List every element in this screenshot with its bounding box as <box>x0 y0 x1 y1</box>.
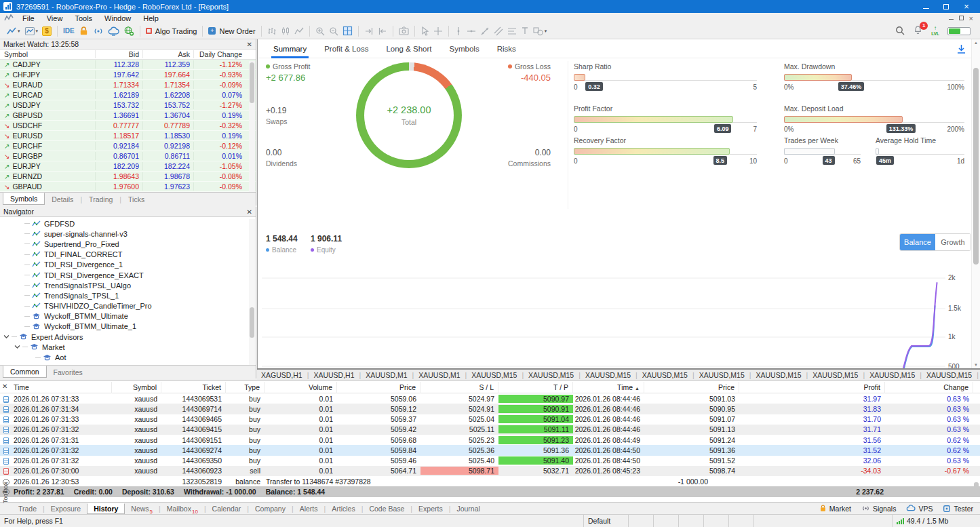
tab-journal[interactable]: Journal <box>450 504 486 513</box>
tree-item-indicator[interactable]: TrendSignals_TPSL_1 <box>0 290 256 300</box>
fibonacci-tool-button[interactable] <box>505 24 519 38</box>
menu-help[interactable]: Help <box>137 14 165 22</box>
col-change[interactable]: Change <box>885 382 973 393</box>
close-icon[interactable]: ✕ <box>247 41 252 48</box>
symbol-row[interactable]: EURNZD1.986431.98678-0.08% <box>0 172 256 182</box>
symbol-row[interactable]: EURCHF0.921840.92198-0.12% <box>0 141 256 151</box>
tab-exposure[interactable]: Exposure <box>45 504 87 513</box>
channel-tool-button[interactable] <box>492 24 505 38</box>
notifications-button[interactable]: 1 <box>913 25 923 37</box>
close-toolbox-icon[interactable]: ✕ <box>2 383 7 390</box>
tree-item-expert[interactable]: Wyckoff_BTMM_Ultimate <box>0 311 256 321</box>
vps-button[interactable] <box>106 24 121 38</box>
close-button[interactable]: × <box>956 0 977 13</box>
tab-common[interactable]: Common <box>3 366 47 378</box>
col-type[interactable]: Type <box>226 382 264 393</box>
chart-type-button[interactable]: ▾ <box>4 24 22 38</box>
line-mode-button[interactable] <box>292 24 306 38</box>
symbol-row[interactable]: EURGBP0.867010.867110.01% <box>0 151 256 161</box>
ide-button[interactable]: IDE <box>61 24 77 38</box>
chevron-down-icon[interactable]: ▾ <box>545 28 547 34</box>
tab-calendar[interactable]: Calendar <box>206 504 248 513</box>
symbol-row[interactable]: EURCAD1.621891.622080.07% <box>0 90 256 100</box>
tester-button[interactable]: Tester <box>943 505 973 513</box>
history-row[interactable]: 2026.01.26 07:31:32xauusd1443069350buy0.… <box>0 456 980 466</box>
tab-mailbox[interactable]: Mailbox10 <box>161 504 204 513</box>
history-row[interactable]: 2026.01.26 07:31:32xauusd1443069415buy0.… <box>0 425 980 435</box>
child-close-icon[interactable]: × <box>969 14 973 22</box>
menu-tools[interactable]: Tools <box>68 14 98 22</box>
symbol-row[interactable]: CHFJPY197.642197.664-0.93% <box>0 70 256 80</box>
zoom-out-button[interactable] <box>327 24 340 38</box>
symbol-row[interactable]: CADJPY112.328112.359-1.12% <box>0 60 256 70</box>
child-minimize-icon[interactable] <box>949 16 954 20</box>
chart-tab[interactable]: XAUUSD,M1 <box>366 371 418 379</box>
bar-chart-mode-button[interactable] <box>265 24 279 38</box>
download-report-button[interactable] <box>956 44 966 56</box>
tab-articles[interactable]: Articles <box>326 504 361 513</box>
history-row-selected[interactable]: 2026.01.26 07:31:32xauusd1443069274buy0.… <box>0 445 980 455</box>
col-ask[interactable]: Ask <box>142 50 193 58</box>
tab-company[interactable]: Company <box>249 504 292 513</box>
search-button[interactable] <box>895 26 905 37</box>
market-lock-button[interactable] <box>77 24 91 38</box>
tab-experts[interactable]: Experts <box>412 504 449 513</box>
chart-profile-button[interactable]: ▾ <box>22 24 41 38</box>
symbol-row[interactable]: EURJPY182.209182.224-1.05% <box>0 161 256 172</box>
minimize-button[interactable] <box>916 0 936 13</box>
col-profit[interactable]: Profit <box>739 382 885 393</box>
history-row[interactable]: 2026.01.26 07:31:31xauusd1443069151buy0.… <box>0 435 980 445</box>
tab-symbols[interactable]: Symbols <box>3 193 45 205</box>
tree-item-indicator[interactable]: Supertrend_Pro_Fixed <box>0 239 256 249</box>
history-row[interactable]: 2026.01.26 07:31:33xauusd1443069531buy0.… <box>0 393 980 404</box>
hline-tool-button[interactable] <box>465 24 478 38</box>
tree-item-indicator[interactable]: TDI_RSI_Divergence_EXACT <box>0 270 256 280</box>
symbol-row[interactable]: EURAUD1.713341.71354-0.09% <box>0 80 256 90</box>
menu-view[interactable]: View <box>41 14 69 22</box>
tab-details[interactable]: Details <box>45 194 80 205</box>
tab-favorites[interactable]: Favorites <box>47 367 90 378</box>
tab-code-base[interactable]: Code Base <box>363 504 410 513</box>
child-restore-icon[interactable] <box>959 16 964 20</box>
scrollbar[interactable]: ▲▼ <box>971 39 980 368</box>
chevron-down-icon[interactable]: ▾ <box>18 28 20 34</box>
tab-history[interactable]: History <box>87 503 125 514</box>
tree-item-indicator[interactable]: TSHIVHIDZO_CandleTimer_Pro <box>0 301 256 311</box>
history-row[interactable]: 2026.01.26 07:30:00xauusd1443060923sell0… <box>0 466 980 476</box>
restore-button[interactable] <box>936 0 956 13</box>
scrollbar[interactable] <box>249 61 255 193</box>
symbol-row[interactable]: GBPUSD1.366911.367040.19% <box>0 111 256 121</box>
community-button[interactable] <box>121 24 136 38</box>
balance-button[interactable]: Balance <box>900 234 935 250</box>
col-close-price[interactable]: Price <box>644 382 739 393</box>
tab-alerts[interactable]: Alerts <box>294 504 324 513</box>
tab-symbols[interactable]: Symbols <box>441 39 488 58</box>
col-ticket[interactable]: Ticket <box>161 382 226 393</box>
vline-tool-button[interactable] <box>452 24 465 38</box>
tree-item-expert[interactable]: Auzar <box>0 363 256 364</box>
chevron-down-icon[interactable] <box>3 334 9 339</box>
history-row[interactable]: 2026.01.26 07:31:34xauusd1443069714buy0.… <box>0 404 980 414</box>
deposit-button[interactable]: $ <box>40 24 54 38</box>
col-price[interactable]: Price <box>337 382 420 393</box>
tree-item-indicator[interactable]: TrendSignalsTPSL_UAlgo <box>0 280 256 290</box>
tree-node-expert-advisors[interactable]: Expert Advisors <box>0 332 256 342</box>
trendline-tool-button[interactable] <box>478 24 492 38</box>
tab-profit-loss[interactable]: Profit & Loss <box>315 39 377 58</box>
chart-tab[interactable]: XAGUSD,H1 <box>261 371 313 379</box>
col-symbol[interactable]: Symbol <box>112 382 161 393</box>
chart-tab[interactable]: XAUUSD,H1 <box>313 371 366 379</box>
col-sl[interactable]: S / L <box>420 382 498 393</box>
close-icon[interactable]: ✕ <box>247 208 252 216</box>
algo-trading-button[interactable]: Algo Trading <box>144 24 199 38</box>
tab-trade[interactable]: Trade <box>12 504 43 513</box>
chart-tab[interactable]: XAUUSD,M15 <box>528 371 585 379</box>
signals-button[interactable] <box>91 24 106 38</box>
growth-button[interactable]: Growth <box>935 234 971 250</box>
tab-summary[interactable]: Summary <box>264 39 315 58</box>
tree-node-market[interactable]: Market <box>0 342 256 352</box>
scrollbar[interactable] <box>249 219 255 365</box>
col-close-time[interactable]: Time▲ <box>573 382 644 393</box>
col-daily-change[interactable]: Daily Change <box>193 50 246 58</box>
tab-trading[interactable]: Trading <box>82 194 119 205</box>
